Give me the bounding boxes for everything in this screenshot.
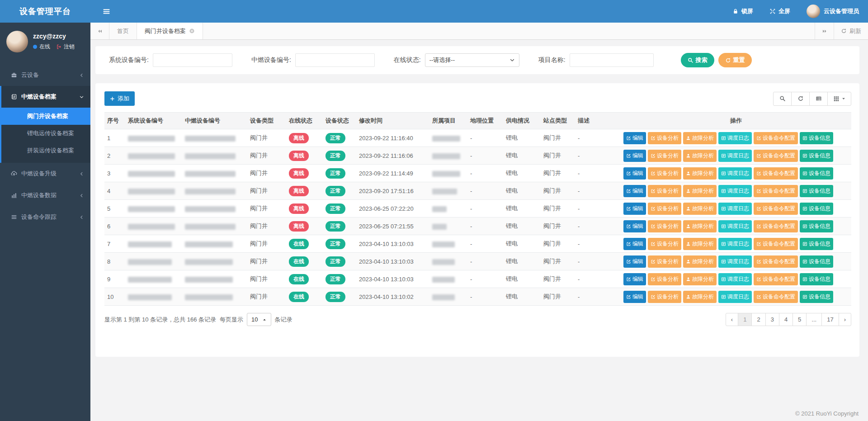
row-action-编辑[interactable]: 编辑 [623,273,646,285]
toolbar-table-button[interactable] [809,92,828,106]
row-action-设备命令配置[interactable]: 设备命令配置 [754,150,798,162]
row-action-编辑[interactable]: 编辑 [623,150,646,162]
row-action-调度日志[interactable]: 调度日志 [718,185,752,197]
page-ellipsis[interactable]: ... [806,313,822,326]
row-action-设备分析[interactable]: 设备分析 [648,185,681,197]
row-action-设备分析[interactable]: 设备分析 [648,150,681,162]
row-action-调度日志[interactable]: 调度日志 [718,220,752,232]
row-action-设备信息[interactable]: 设备信息 [800,203,833,215]
sidebar-item-中燃设备数据[interactable]: 中燃设备数据 [1,184,90,206]
filter-input-1[interactable] [295,53,375,67]
row-action-调度日志[interactable]: 调度日志 [718,132,752,144]
row-action-故障分析[interactable]: 故障分析 [683,291,717,303]
row-action-设备命令配置[interactable]: 设备命令配置 [754,132,798,144]
search-button[interactable]: 搜索 [681,53,714,67]
row-action-编辑[interactable]: 编辑 [623,291,646,303]
row-action-故障分析[interactable]: 故障分析 [683,203,717,215]
page-4[interactable]: 4 [779,313,793,326]
row-action-调度日志[interactable]: 调度日志 [718,255,752,268]
row-action-设备信息[interactable]: 设备信息 [800,132,833,144]
row-action-设备分析[interactable]: 设备分析 [648,167,681,180]
sidebar-item-中燃设备升级[interactable]: 中燃设备升级 [1,163,90,184]
page-3[interactable]: 3 [765,313,779,326]
logout-button[interactable]: 注销 [56,43,75,51]
row-action-设备信息[interactable]: 设备信息 [800,273,833,285]
page-1[interactable]: 1 [738,313,752,326]
row-action-设备信息[interactable]: 设备信息 [800,291,833,303]
tab-阀门井设备档案[interactable]: 阀门井设备档案 [137,23,203,39]
sidebar-item-中燃设备档案[interactable]: 中燃设备档案 [1,86,90,108]
row-action-编辑[interactable]: 编辑 [623,255,646,268]
sidebar-subitem-阀门井设备档案[interactable]: 阀门井设备档案 [1,108,90,125]
row-action-设备命令配置[interactable]: 设备命令配置 [754,220,798,232]
avatar[interactable] [6,31,28,52]
toolbar-search-button[interactable] [773,92,792,106]
row-action-设备命令配置[interactable]: 设备命令配置 [754,255,798,268]
row-action-设备命令配置[interactable]: 设备命令配置 [754,238,798,250]
row-action-调度日志[interactable]: 调度日志 [718,291,752,303]
tab-首页[interactable]: 首页 [109,23,137,39]
page-next[interactable]: › [839,313,851,326]
row-action-设备分析[interactable]: 设备分析 [648,132,681,144]
row-action-设备命令配置[interactable]: 设备命令配置 [754,167,798,180]
row-action-调度日志[interactable]: 调度日志 [718,273,752,285]
row-action-故障分析[interactable]: 故障分析 [683,238,717,250]
row-action-故障分析[interactable]: 故障分析 [683,185,717,197]
toolbar-columns-button[interactable] [827,92,851,106]
row-action-编辑[interactable]: 编辑 [623,167,646,180]
fullscreen-button[interactable]: 全屏 [769,7,790,15]
row-action-故障分析[interactable]: 故障分析 [683,220,717,232]
row-action-设备信息[interactable]: 设备信息 [800,220,833,232]
tab-close-icon[interactable] [189,28,195,34]
page-size-dropdown[interactable]: 10 [247,313,271,326]
sidebar-item-云设备[interactable]: 云设备 [1,64,90,86]
row-action-设备信息[interactable]: 设备信息 [800,185,833,197]
row-action-设备命令配置[interactable]: 设备命令配置 [754,291,798,303]
tabs-scroll-right-button[interactable] [815,23,834,39]
row-action-调度日志[interactable]: 调度日志 [718,203,752,215]
online-status-select[interactable]: --请选择-- [425,53,519,67]
row-action-故障分析[interactable]: 故障分析 [683,255,717,268]
row-action-故障分析[interactable]: 故障分析 [683,150,717,162]
filter-input-3[interactable] [570,53,654,67]
tab-refresh-button[interactable]: 刷新 [834,23,868,39]
row-action-调度日志[interactable]: 调度日志 [718,150,752,162]
row-action-编辑[interactable]: 编辑 [623,238,646,250]
row-action-调度日志[interactable]: 调度日志 [718,167,752,180]
sidebar-toggle-button[interactable] [90,0,123,23]
row-action-编辑[interactable]: 编辑 [623,203,646,215]
row-action-设备信息[interactable]: 设备信息 [800,167,833,180]
row-action-故障分析[interactable]: 故障分析 [683,132,717,144]
toolbar-refresh-button[interactable] [791,92,810,106]
row-action-编辑[interactable]: 编辑 [623,132,646,144]
page-prev[interactable]: ‹ [726,313,738,326]
row-action-设备分析[interactable]: 设备分析 [648,203,681,215]
user-menu[interactable]: 云设备管理员 [807,5,859,18]
row-action-设备分析[interactable]: 设备分析 [648,255,681,268]
row-action-设备分析[interactable]: 设备分析 [648,273,681,285]
row-action-故障分析[interactable]: 故障分析 [683,167,717,180]
tabs-scroll-left-button[interactable] [90,23,109,39]
sidebar-item-设备命令跟踪[interactable]: 设备命令跟踪 [1,206,90,228]
add-button[interactable]: 添加 [104,91,135,106]
page-2[interactable]: 2 [751,313,765,326]
page-5[interactable]: 5 [793,313,807,326]
row-action-设备命令配置[interactable]: 设备命令配置 [754,185,798,197]
filter-input-0[interactable] [153,53,232,67]
row-action-编辑[interactable]: 编辑 [623,185,646,197]
row-action-调度日志[interactable]: 调度日志 [718,238,752,250]
row-action-编辑[interactable]: 编辑 [623,220,646,232]
row-action-设备命令配置[interactable]: 设备命令配置 [754,273,798,285]
sidebar-subitem-锂电远传设备档案[interactable]: 锂电远传设备档案 [1,125,90,142]
row-action-设备分析[interactable]: 设备分析 [648,291,681,303]
reset-button[interactable]: 重置 [718,53,752,67]
row-action-设备信息[interactable]: 设备信息 [800,238,833,250]
sidebar-subitem-拼装远传设备档案[interactable]: 拼装远传设备档案 [1,142,90,159]
lock-screen-button[interactable]: 锁屏 [732,7,753,15]
row-action-设备命令配置[interactable]: 设备命令配置 [754,203,798,215]
row-action-设备分析[interactable]: 设备分析 [648,238,681,250]
row-action-设备分析[interactable]: 设备分析 [648,220,681,232]
row-action-设备信息[interactable]: 设备信息 [800,255,833,268]
row-action-设备信息[interactable]: 设备信息 [800,150,833,162]
page-17[interactable]: 17 [821,313,839,326]
